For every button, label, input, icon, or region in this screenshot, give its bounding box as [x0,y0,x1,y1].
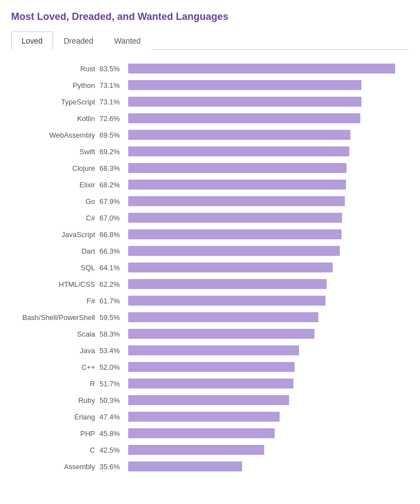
bar-track [128,130,409,140]
bar-fill [128,80,361,90]
bar-track [128,213,409,223]
bar-track [128,362,409,372]
bar-value: 72.6% [99,114,128,123]
bar-fill [128,362,295,372]
chart-title: Most Loved, Dreaded, and Wanted Language… [11,11,409,23]
bar-fill [128,296,326,306]
bar-fill [128,262,333,272]
bar-value: 62.2% [99,280,128,288]
bar-row: Assembly35.6% [11,459,409,474]
bar-row: TypeScript73.1% [11,94,409,109]
bar-fill [128,461,242,471]
bar-row: Java53.4% [11,343,409,358]
bar-track [128,180,409,190]
bar-value: 45.8% [99,429,128,438]
bar-track [128,246,409,256]
bar-track [128,146,409,156]
bar-label: SQL [11,264,99,272]
bar-label: Scala [11,330,99,338]
bar-value: 68.3% [99,164,128,172]
bar-track [128,329,409,339]
bar-label: PHP [11,429,99,438]
bar-row: Python73.1% [11,77,409,93]
bar-row: F#61.7% [11,293,409,308]
bar-row: HTML/CSS62.2% [11,276,409,292]
bar-row: Erlang47.4% [11,409,409,424]
bar-fill [128,97,361,107]
tab-loved[interactable]: Loved [11,32,53,50]
bar-fill [128,428,275,438]
bar-value: 69.2% [99,148,128,156]
bar-value: 68.2% [99,181,128,189]
bar-value: 73.1% [99,98,128,106]
bar-row: C++52.0% [11,359,409,375]
bar-row: Swift69.2% [11,144,409,159]
bar-value: 51.7% [99,380,128,388]
bar-label: WebAssembly [11,131,99,139]
bar-fill [128,163,347,173]
bar-track [128,345,409,355]
bar-track [128,262,409,272]
bar-label: Python [11,81,99,90]
bar-fill [128,213,342,223]
bar-value: 58.3% [99,330,128,338]
bar-track [128,395,409,405]
bar-row: Ruby50.3% [11,392,409,408]
bar-fill [128,279,327,289]
bar-label: Swift [11,148,99,156]
bar-fill [128,246,340,256]
bar-label: R [11,380,99,388]
bar-label: Erlang [11,413,99,421]
chart-area: Rust83.5%Python73.1%TypeScript73.1%Kotli… [11,61,409,475]
bar-value: 67.0% [99,214,128,222]
bar-fill [128,180,346,190]
bar-value: 64.1% [99,264,128,272]
bar-label: Kotlin [11,114,99,123]
bar-label: F# [11,297,99,305]
bar-value: 66.3% [99,247,128,255]
bar-label: HTML/CSS [11,280,99,288]
bar-row: R51.7% [11,376,409,391]
bar-fill [128,312,318,322]
bar-value: 69.5% [99,131,128,139]
bar-value: 53.4% [99,347,128,355]
bar-row: Go67.9% [11,193,409,209]
bar-row: Kotlin72.6% [11,111,409,126]
bar-row: WebAssembly69.5% [11,127,409,143]
bar-label: Elixir [11,181,99,189]
bar-row: C42.5% [11,442,409,458]
bar-fill [128,379,293,389]
bar-label: Java [11,347,99,355]
bar-track [128,80,409,90]
bar-fill [128,345,299,355]
bar-value: 52.0% [99,363,128,371]
bar-label: TypeScript [11,98,99,106]
bar-row: JavaScript66.8% [11,227,409,242]
bar-label: Rust [11,65,99,73]
bar-track [128,296,409,306]
bar-row: Clojure68.3% [11,160,409,176]
bar-fill [128,329,314,339]
tab-wanted[interactable]: Wanted [104,32,151,50]
bar-fill [128,412,280,422]
bar-value: 66.8% [99,230,128,239]
bar-label: Go [11,197,99,206]
bar-track [128,379,409,389]
bar-label: Assembly [11,463,99,471]
bar-label: Ruby [11,396,99,405]
bar-track [128,428,409,438]
bar-row: Elixir68.2% [11,177,409,192]
bar-fill [128,445,264,455]
bar-fill [128,130,350,140]
bar-value: 73.1% [99,81,128,90]
bar-label: C [11,446,99,454]
bar-row: Rust83.5% [11,61,409,76]
bar-fill [128,146,349,156]
tab-dreaded[interactable]: Dreaded [53,32,104,50]
bar-track [128,312,409,322]
tab-bar: Loved Dreaded Wanted [11,32,409,50]
bar-label: JavaScript [11,230,99,239]
bar-value: 47.4% [99,413,128,421]
bar-row: Scala58.3% [11,326,409,342]
bar-label: Bash/Shell/PowerShell [11,313,99,322]
